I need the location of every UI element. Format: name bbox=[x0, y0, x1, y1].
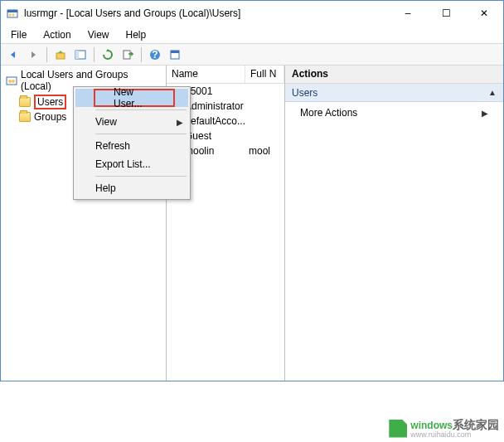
maximize-button[interactable]: ☐ bbox=[427, 1, 465, 26]
actions-pane: Actions Users ▲ More Actions ▶ bbox=[285, 66, 503, 381]
minimize-button[interactable]: – bbox=[389, 1, 427, 26]
submenu-arrow-icon: ▶ bbox=[177, 118, 183, 127]
ctx-item-label: New User... bbox=[114, 86, 160, 109]
window-title: lusrmgr - [Local Users and Groups (Local… bbox=[24, 7, 389, 19]
tree-item-label: Users bbox=[37, 96, 63, 108]
close-button[interactable]: ✕ bbox=[465, 1, 503, 26]
up-button[interactable] bbox=[51, 46, 70, 64]
list-header: Name Full N bbox=[167, 66, 284, 84]
ctx-help[interactable]: Help bbox=[75, 179, 188, 197]
context-menu: New User... View ▶ Refresh Export List..… bbox=[73, 86, 191, 200]
titlebar: lusrmgr - [Local Users and Groups (Local… bbox=[1, 1, 503, 26]
svg-rect-6 bbox=[75, 51, 79, 59]
svg-text:?: ? bbox=[152, 49, 158, 61]
toolbar-separator bbox=[94, 47, 94, 62]
actions-more[interactable]: More Actions ▶ bbox=[285, 102, 503, 124]
svg-rect-7 bbox=[124, 51, 130, 59]
ctx-item-label: Export List... bbox=[95, 158, 151, 170]
watermark-logo-icon bbox=[389, 420, 407, 438]
svg-rect-1 bbox=[7, 10, 17, 12]
toolbar-separator bbox=[46, 47, 47, 62]
svg-point-3 bbox=[12, 14, 15, 17]
toolbar-separator bbox=[141, 47, 142, 62]
svg-rect-11 bbox=[171, 51, 179, 53]
ctx-separator bbox=[95, 176, 187, 177]
cell-full: mool bbox=[245, 145, 284, 157]
svg-rect-4 bbox=[56, 53, 65, 59]
watermark-text: windows系统家园 www.ruihaidu.com bbox=[410, 418, 499, 439]
console-root-icon bbox=[6, 75, 17, 86]
ctx-separator bbox=[95, 109, 187, 110]
menubar: File Action View Help bbox=[1, 26, 503, 44]
highlight-new-user: New User... bbox=[94, 89, 175, 107]
ctx-item-label: Refresh bbox=[95, 140, 130, 152]
watermark-cn: 系统家园 bbox=[453, 418, 499, 431]
column-fullname[interactable]: Full N bbox=[245, 66, 284, 83]
svg-rect-12 bbox=[7, 77, 17, 85]
show-hide-tree-button[interactable] bbox=[71, 46, 90, 64]
forward-button[interactable] bbox=[24, 46, 42, 64]
menu-file[interactable]: File bbox=[4, 27, 33, 42]
watermark: windows系统家园 www.ruihaidu.com bbox=[389, 418, 499, 439]
actions-more-label: More Actions bbox=[300, 107, 357, 119]
help-button[interactable]: ? bbox=[146, 46, 164, 64]
ctx-separator bbox=[95, 134, 187, 134]
ctx-view[interactable]: View ▶ bbox=[75, 113, 188, 131]
cell-name: DefaultAcco... bbox=[183, 115, 245, 127]
actions-section-label: Users bbox=[292, 87, 317, 99]
svg-point-2 bbox=[9, 14, 12, 17]
cell-name: Administrator bbox=[185, 100, 244, 112]
folder-icon bbox=[19, 112, 31, 122]
ctx-item-label: View bbox=[95, 116, 117, 128]
actions-header: Actions bbox=[285, 66, 503, 84]
ctx-new-user[interactable]: New User... bbox=[75, 89, 188, 107]
app-icon bbox=[6, 7, 19, 20]
svg-point-14 bbox=[12, 80, 15, 83]
svg-point-13 bbox=[8, 80, 12, 83]
folder-icon bbox=[19, 97, 31, 107]
highlight-users: Users bbox=[34, 95, 66, 109]
submenu-arrow-icon: ▶ bbox=[482, 109, 488, 118]
actions-section-users[interactable]: Users ▲ bbox=[285, 84, 503, 102]
watermark-url: www.ruihaidu.com bbox=[410, 431, 499, 439]
ctx-item-label: Help bbox=[95, 182, 116, 194]
menu-help[interactable]: Help bbox=[119, 27, 153, 42]
refresh-button[interactable] bbox=[99, 46, 117, 64]
watermark-brand: windows bbox=[410, 420, 453, 431]
back-button[interactable] bbox=[4, 46, 22, 64]
collapse-icon: ▲ bbox=[488, 88, 497, 97]
ctx-export-list[interactable]: Export List... bbox=[75, 155, 188, 173]
menu-view[interactable]: View bbox=[81, 27, 116, 42]
toolbar: ? bbox=[1, 44, 503, 66]
export-button[interactable] bbox=[119, 46, 137, 64]
column-name[interactable]: Name bbox=[167, 66, 245, 83]
tree-item-label: Groups bbox=[34, 111, 66, 123]
menu-action[interactable]: Action bbox=[36, 27, 77, 42]
ctx-refresh[interactable]: Refresh bbox=[75, 137, 188, 155]
properties-button[interactable] bbox=[166, 46, 184, 64]
